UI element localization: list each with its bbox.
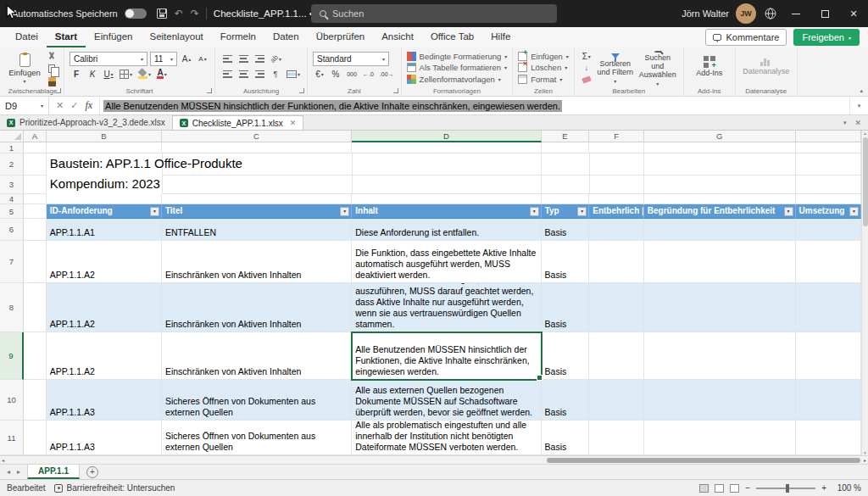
page-layout-view-button[interactable] [715, 484, 724, 493]
minimize-button[interactable] [782, 0, 810, 27]
cell[interactable] [24, 176, 47, 194]
cell-typ[interactable]: Basis [542, 421, 590, 455]
cell[interactable] [24, 153, 47, 176]
row-header-11[interactable]: 11 [0, 421, 24, 455]
cell[interactable] [24, 142, 47, 153]
orientation-button[interactable]: ab▾ [269, 53, 283, 64]
align-middle-button[interactable] [236, 53, 250, 64]
horizontal-scrollbar[interactable]: ◂ ▸ [0, 455, 868, 464]
cell[interactable] [644, 380, 796, 421]
cell[interactable] [542, 142, 590, 153]
cell[interactable] [352, 142, 541, 153]
scroll-left-icon[interactable]: ◂ [2, 457, 4, 463]
header-cell-entbehrlich[interactable]: Entbehrlich▼ [589, 204, 644, 219]
cell[interactable] [589, 219, 644, 241]
filter-dropdown-icon[interactable]: ▼ [784, 207, 793, 216]
cell[interactable] [162, 142, 352, 153]
header-cell-typ[interactable]: Typ▼ [542, 204, 590, 219]
select-all-corner[interactable] [0, 131, 24, 142]
tab-list-dropdown-icon[interactable]: ▾ [843, 120, 847, 126]
zoom-slider-thumb[interactable] [786, 484, 789, 493]
cell[interactable] [644, 283, 796, 332]
header-cell-umsetzung[interactable]: Umsetzung▼ [796, 204, 861, 219]
row-header-9[interactable]: 9 [0, 332, 24, 380]
avatar[interactable]: JW [736, 3, 756, 24]
cell[interactable] [644, 241, 796, 283]
dialog-launcher-icon[interactable] [207, 88, 212, 93]
cell[interactable] [352, 194, 541, 204]
row-header-4[interactable]: 4 [0, 194, 24, 204]
search-input[interactable]: Suchen [311, 4, 557, 23]
cell[interactable] [590, 176, 645, 194]
add-sheet-button[interactable]: + [86, 466, 98, 478]
collapse-ribbon-icon[interactable]: ▴ [860, 87, 863, 94]
format-painter-button[interactable] [45, 75, 58, 87]
borders-button[interactable]: ▾ [118, 68, 134, 80]
copy-button[interactable] [45, 63, 58, 75]
cell[interactable] [24, 204, 47, 219]
cell-titel[interactable]: Einschränken von Aktiven Inhalten [162, 332, 352, 380]
formula-input[interactable]: Alle Benutzenden MÜSSEN hinsichtlich der… [100, 97, 849, 114]
scroll-up-icon[interactable]: ▴ [864, 131, 866, 136]
header-cell-id[interactable]: ID-Anforderung▼ [47, 204, 162, 219]
tab-office-tab[interactable]: Office Tab [422, 27, 482, 47]
clear-button[interactable] [580, 74, 593, 85]
zoom-level[interactable]: 100 % [832, 483, 861, 493]
dialog-launcher-icon[interactable] [56, 88, 61, 93]
fill-button[interactable]: ↓ [580, 63, 593, 74]
cell-titel[interactable]: Einschränken von Aktiven Inhalten [162, 283, 352, 332]
cell[interactable] [644, 421, 796, 455]
redo-icon[interactable]: ↷ [191, 8, 199, 20]
cell-typ[interactable]: Basis [542, 380, 590, 421]
font-name-combo[interactable]: Calibri ▾ [70, 52, 147, 66]
cell[interactable] [644, 194, 796, 204]
close-tab-icon[interactable]: ✕ [290, 119, 297, 127]
cell-id[interactable]: APP.1.1.A2 [47, 241, 162, 283]
document-tab-1[interactable]: X Prioritized-Approach-v3_2_3.dede.xlsx [0, 115, 172, 130]
cell[interactable] [644, 153, 796, 176]
cell[interactable] [589, 283, 644, 332]
cell[interactable] [353, 153, 542, 176]
cell[interactable] [589, 421, 644, 455]
cell-baustein-title[interactable]: Baustein: APP.1.1 Office-Produkte [47, 153, 163, 176]
merge-center-button[interactable]: ▾ [285, 68, 302, 80]
cell[interactable] [796, 219, 861, 241]
cell[interactable] [589, 142, 644, 153]
find-select-button[interactable]: Suchen und Auswählen ▾ [637, 51, 678, 85]
cell-titel[interactable]: Sicheres Öffnen von Dokumenten aus exter… [162, 421, 352, 455]
cell[interactable] [796, 421, 861, 455]
column-header-g[interactable]: G [644, 131, 796, 142]
cell[interactable] [796, 283, 861, 332]
wrap-text-button[interactable]: ¶ [269, 68, 282, 80]
save-icon[interactable] [157, 8, 167, 19]
cell[interactable] [590, 153, 645, 176]
dialog-launcher-icon[interactable] [393, 88, 398, 93]
underline-button[interactable]: U▾ [102, 68, 115, 80]
insert-function-icon[interactable]: fx [85, 99, 92, 112]
sheet-prev-icon[interactable]: ◂ [7, 468, 10, 476]
cell-typ[interactable]: Basis [542, 283, 590, 332]
tab-einfuegen[interactable]: Einfügen [86, 27, 141, 47]
cell-id[interactable]: APP.1.1.A1 [47, 219, 162, 241]
cell-inhalt[interactable]: Falls es dennoch notwendig ist, Aktive I… [352, 283, 541, 332]
undo-icon[interactable]: ↶ [175, 8, 183, 20]
cell[interactable] [163, 176, 353, 194]
cell[interactable] [796, 380, 861, 421]
filter-dropdown-icon[interactable]: ▼ [849, 207, 859, 216]
scroll-down-icon[interactable]: ▾ [864, 450, 866, 455]
row-header-6[interactable]: 6 [0, 219, 24, 241]
addins-button[interactable]: Add-Ins [689, 51, 730, 78]
zoom-slider[interactable] [756, 488, 815, 489]
expand-formula-bar-icon[interactable]: ▾ [849, 97, 868, 114]
cell[interactable] [796, 153, 861, 176]
format-cells-button[interactable]: Format ▾ [518, 74, 569, 85]
cell[interactable] [589, 332, 644, 380]
tab-formeln[interactable]: Formeln [212, 27, 264, 47]
cell[interactable] [24, 219, 47, 241]
cell-id[interactable]: APP.1.1.A3 [47, 421, 162, 455]
row-header-10[interactable]: 10 [0, 380, 24, 421]
confirm-entry-icon[interactable]: ✓ [70, 100, 78, 111]
cell[interactable] [24, 421, 47, 455]
column-header-b[interactable]: B [47, 131, 162, 142]
row-header-5[interactable]: 5 [0, 204, 24, 219]
